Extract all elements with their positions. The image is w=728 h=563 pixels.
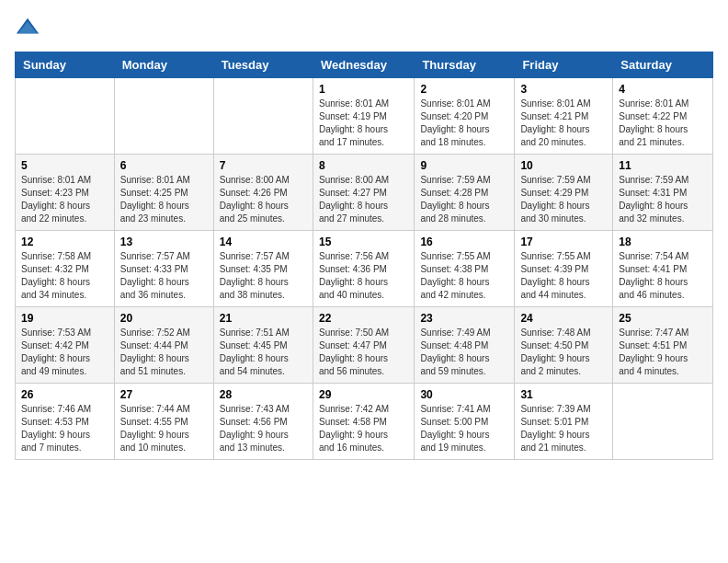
calendar-cell: 16Sunrise: 7:55 AM Sunset: 4:38 PM Dayli… <box>415 231 515 307</box>
calendar-cell: 19Sunrise: 7:53 AM Sunset: 4:42 PM Dayli… <box>16 307 115 384</box>
day-number: 2 <box>420 83 508 96</box>
day-info: Sunrise: 7:53 AM Sunset: 4:42 PM Dayligh… <box>21 327 108 378</box>
day-number: 20 <box>120 312 208 325</box>
day-number: 8 <box>319 159 408 172</box>
calendar-cell: 14Sunrise: 7:57 AM Sunset: 4:35 PM Dayli… <box>213 231 313 307</box>
page-header <box>15 15 713 40</box>
day-info: Sunrise: 7:41 AM Sunset: 5:00 PM Dayligh… <box>420 403 508 454</box>
day-number: 26 <box>21 388 108 401</box>
logo-icon <box>15 15 40 40</box>
calendar-cell: 21Sunrise: 7:51 AM Sunset: 4:45 PM Dayli… <box>213 307 313 384</box>
calendar-cell: 10Sunrise: 7:59 AM Sunset: 4:29 PM Dayli… <box>515 155 613 231</box>
calendar-cell: 5Sunrise: 8:01 AM Sunset: 4:23 PM Daylig… <box>16 155 115 231</box>
day-number: 11 <box>619 159 707 172</box>
calendar-cell: 26Sunrise: 7:46 AM Sunset: 4:53 PM Dayli… <box>16 384 115 460</box>
day-info: Sunrise: 7:55 AM Sunset: 4:38 PM Dayligh… <box>420 250 508 302</box>
day-info: Sunrise: 7:54 AM Sunset: 4:41 PM Dayligh… <box>619 250 707 302</box>
calendar-cell: 7Sunrise: 8:00 AM Sunset: 4:26 PM Daylig… <box>213 155 313 231</box>
day-info: Sunrise: 7:50 AM Sunset: 4:47 PM Dayligh… <box>319 327 408 378</box>
calendar-cell <box>613 384 713 460</box>
day-info: Sunrise: 7:43 AM Sunset: 4:56 PM Dayligh… <box>220 403 307 454</box>
day-number: 14 <box>220 236 307 248</box>
calendar-cell: 23Sunrise: 7:49 AM Sunset: 4:48 PM Dayli… <box>415 307 515 384</box>
day-info: Sunrise: 7:58 AM Sunset: 4:32 PM Dayligh… <box>21 250 108 302</box>
calendar-cell: 15Sunrise: 7:56 AM Sunset: 4:36 PM Dayli… <box>313 231 414 307</box>
calendar-cell: 9Sunrise: 7:59 AM Sunset: 4:28 PM Daylig… <box>415 155 515 231</box>
calendar-cell <box>213 78 313 155</box>
day-info: Sunrise: 7:56 AM Sunset: 4:36 PM Dayligh… <box>319 250 408 302</box>
calendar-cell: 17Sunrise: 7:55 AM Sunset: 4:39 PM Dayli… <box>515 231 613 307</box>
calendar-week-row: 12Sunrise: 7:58 AM Sunset: 4:32 PM Dayli… <box>16 231 713 307</box>
day-info: Sunrise: 8:00 AM Sunset: 4:27 PM Dayligh… <box>319 174 408 225</box>
weekday-header-friday: Friday <box>515 52 613 78</box>
day-info: Sunrise: 8:00 AM Sunset: 4:26 PM Dayligh… <box>220 174 307 225</box>
day-number: 30 <box>420 388 508 401</box>
calendar-cell: 24Sunrise: 7:48 AM Sunset: 4:50 PM Dayli… <box>515 307 613 384</box>
day-number: 31 <box>520 388 607 401</box>
calendar-cell: 18Sunrise: 7:54 AM Sunset: 4:41 PM Dayli… <box>613 231 713 307</box>
calendar-cell: 13Sunrise: 7:57 AM Sunset: 4:33 PM Dayli… <box>114 231 213 307</box>
day-info: Sunrise: 7:46 AM Sunset: 4:53 PM Dayligh… <box>21 403 108 454</box>
day-number: 1 <box>319 83 408 96</box>
calendar-week-row: 1Sunrise: 8:01 AM Sunset: 4:19 PM Daylig… <box>16 78 713 155</box>
calendar-cell: 20Sunrise: 7:52 AM Sunset: 4:44 PM Dayli… <box>114 307 213 384</box>
calendar-cell: 11Sunrise: 7:59 AM Sunset: 4:31 PM Dayli… <box>613 155 713 231</box>
day-number: 25 <box>619 312 707 325</box>
day-number: 10 <box>520 159 607 172</box>
day-info: Sunrise: 8:01 AM Sunset: 4:22 PM Dayligh… <box>619 98 707 149</box>
calendar-cell: 28Sunrise: 7:43 AM Sunset: 4:56 PM Dayli… <box>213 384 313 460</box>
day-number: 9 <box>420 159 508 172</box>
day-number: 24 <box>520 312 607 325</box>
logo <box>15 15 44 40</box>
day-info: Sunrise: 7:59 AM Sunset: 4:28 PM Dayligh… <box>420 174 508 225</box>
day-info: Sunrise: 8:01 AM Sunset: 4:23 PM Dayligh… <box>21 174 108 225</box>
weekday-header-monday: Monday <box>114 52 213 78</box>
calendar-cell: 25Sunrise: 7:47 AM Sunset: 4:51 PM Dayli… <box>613 307 713 384</box>
day-number: 17 <box>520 236 607 248</box>
day-info: Sunrise: 7:49 AM Sunset: 4:48 PM Dayligh… <box>420 327 508 378</box>
calendar-cell: 30Sunrise: 7:41 AM Sunset: 5:00 PM Dayli… <box>415 384 515 460</box>
weekday-header-row: SundayMondayTuesdayWednesdayThursdayFrid… <box>16 52 713 78</box>
day-number: 15 <box>319 236 408 248</box>
day-info: Sunrise: 7:44 AM Sunset: 4:55 PM Dayligh… <box>120 403 208 454</box>
day-number: 4 <box>619 83 707 96</box>
day-info: Sunrise: 7:39 AM Sunset: 5:01 PM Dayligh… <box>520 403 607 454</box>
day-number: 16 <box>420 236 508 248</box>
calendar-cell: 29Sunrise: 7:42 AM Sunset: 4:58 PM Dayli… <box>313 384 414 460</box>
day-number: 22 <box>319 312 408 325</box>
day-number: 7 <box>220 159 307 172</box>
calendar-cell: 31Sunrise: 7:39 AM Sunset: 5:01 PM Dayli… <box>515 384 613 460</box>
calendar-cell: 1Sunrise: 8:01 AM Sunset: 4:19 PM Daylig… <box>313 78 414 155</box>
day-info: Sunrise: 7:55 AM Sunset: 4:39 PM Dayligh… <box>520 250 607 302</box>
calendar-cell: 4Sunrise: 8:01 AM Sunset: 4:22 PM Daylig… <box>613 78 713 155</box>
day-info: Sunrise: 7:59 AM Sunset: 4:31 PM Dayligh… <box>619 174 707 225</box>
day-info: Sunrise: 8:01 AM Sunset: 4:25 PM Dayligh… <box>120 174 208 225</box>
day-info: Sunrise: 7:57 AM Sunset: 4:33 PM Dayligh… <box>120 250 208 302</box>
calendar-week-row: 19Sunrise: 7:53 AM Sunset: 4:42 PM Dayli… <box>16 307 713 384</box>
day-info: Sunrise: 7:57 AM Sunset: 4:35 PM Dayligh… <box>220 250 307 302</box>
day-info: Sunrise: 7:59 AM Sunset: 4:29 PM Dayligh… <box>520 174 607 225</box>
weekday-header-thursday: Thursday <box>415 52 515 78</box>
calendar-cell: 8Sunrise: 8:00 AM Sunset: 4:27 PM Daylig… <box>313 155 414 231</box>
calendar-cell: 6Sunrise: 8:01 AM Sunset: 4:25 PM Daylig… <box>114 155 213 231</box>
calendar-cell <box>114 78 213 155</box>
day-number: 27 <box>120 388 208 401</box>
day-number: 12 <box>21 236 108 248</box>
calendar-cell: 27Sunrise: 7:44 AM Sunset: 4:55 PM Dayli… <box>114 384 213 460</box>
day-info: Sunrise: 8:01 AM Sunset: 4:21 PM Dayligh… <box>520 98 607 149</box>
calendar-cell: 22Sunrise: 7:50 AM Sunset: 4:47 PM Dayli… <box>313 307 414 384</box>
day-info: Sunrise: 8:01 AM Sunset: 4:20 PM Dayligh… <box>420 98 508 149</box>
weekday-header-tuesday: Tuesday <box>213 52 313 78</box>
day-info: Sunrise: 7:51 AM Sunset: 4:45 PM Dayligh… <box>220 327 307 378</box>
day-number: 23 <box>420 312 508 325</box>
day-number: 18 <box>619 236 707 248</box>
day-info: Sunrise: 7:48 AM Sunset: 4:50 PM Dayligh… <box>520 327 607 378</box>
day-number: 21 <box>220 312 307 325</box>
day-info: Sunrise: 7:42 AM Sunset: 4:58 PM Dayligh… <box>319 403 408 454</box>
calendar-week-row: 5Sunrise: 8:01 AM Sunset: 4:23 PM Daylig… <box>16 155 713 231</box>
day-info: Sunrise: 8:01 AM Sunset: 4:19 PM Dayligh… <box>319 98 408 149</box>
day-number: 13 <box>120 236 208 248</box>
day-number: 28 <box>220 388 307 401</box>
day-info: Sunrise: 7:47 AM Sunset: 4:51 PM Dayligh… <box>619 327 707 378</box>
day-number: 5 <box>21 159 108 172</box>
